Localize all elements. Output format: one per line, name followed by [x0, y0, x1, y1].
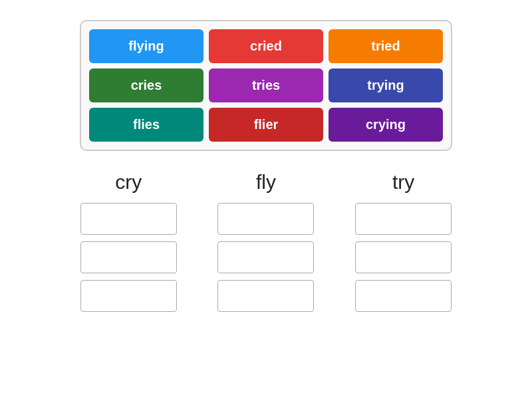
sort-column-cry: cry [75, 171, 182, 312]
drop-box-cry-1[interactable] [80, 203, 177, 235]
sort-label-try: try [392, 171, 414, 194]
drop-box-fly-1[interactable] [217, 203, 314, 235]
sort-label-cry: cry [115, 171, 142, 194]
tile-cried[interactable]: cried [209, 29, 323, 63]
drop-box-try-3[interactable] [355, 280, 452, 312]
drop-box-fly-2[interactable] [217, 241, 314, 273]
tile-flier[interactable]: flier [209, 108, 323, 142]
drop-box-cry-2[interactable] [80, 241, 177, 273]
tile-flying[interactable]: flying [89, 29, 203, 63]
tile-trying[interactable]: trying [329, 68, 443, 102]
tile-cries[interactable]: cries [89, 68, 203, 102]
drop-box-try-2[interactable] [355, 241, 452, 273]
tile-flies[interactable]: flies [89, 108, 203, 142]
sort-label-fly: fly [256, 171, 276, 194]
tile-tries[interactable]: tries [209, 68, 323, 102]
tile-tried[interactable]: tried [329, 29, 443, 63]
sort-area: cryflytry [60, 171, 472, 312]
tile-crying[interactable]: crying [329, 108, 443, 142]
drop-box-fly-3[interactable] [217, 280, 314, 312]
sort-column-try: try [350, 171, 457, 312]
sort-column-fly: fly [213, 171, 319, 312]
word-bank: flyingcriedtriedcriestriestryingfliesfli… [80, 20, 452, 151]
drop-box-try-1[interactable] [355, 203, 452, 235]
drop-box-cry-3[interactable] [80, 280, 177, 312]
